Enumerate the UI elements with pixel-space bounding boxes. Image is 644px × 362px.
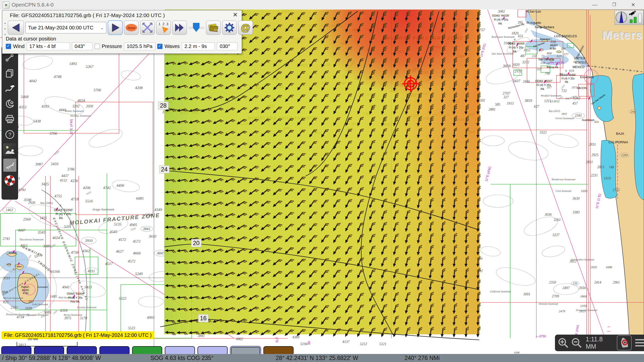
restore-button[interactable]: ❐ — [606, 0, 622, 10]
statusbar-item-2: SOG 4.63 kts COG 235° — [150, 355, 214, 361]
grib-windbarb-icon[interactable] — [3, 159, 16, 172]
grib-dialog-title: File: GFS20240517181702756.grb ( Fri 17-… — [10, 12, 165, 18]
minimize-button[interactable]: — — [587, 0, 603, 10]
pressure-value: 1025.5 hPa — [124, 42, 155, 50]
wind-checkbox[interactable] — [6, 44, 11, 49]
gps-bar-3 — [638, 13, 641, 23]
chart-piano-key-8[interactable] — [230, 346, 261, 354]
settings-gear-icon[interactable] — [222, 21, 237, 35]
wind-label: Wind — [13, 43, 25, 49]
charts-icon[interactable] — [3, 67, 16, 80]
compass-gps-widget[interactable] — [615, 10, 644, 25]
titlebar[interactable]: o OpenCPN 5.8.4-0 — ❐ ✕ — [0, 0, 644, 10]
now-button[interactable]: Now — [124, 21, 139, 35]
isobar-label: 28 — [158, 102, 168, 109]
chart-scalebar — [17, 342, 77, 346]
waves-label: Waves — [165, 43, 180, 49]
chart-piano-key-3[interactable] — [67, 346, 97, 354]
follow-ship-button[interactable] — [617, 335, 632, 350]
zoom-in-button[interactable] — [557, 337, 569, 349]
track-icon[interactable] — [3, 82, 16, 95]
now-label: Now — [127, 26, 135, 30]
depth-units-watermark: Meters — [602, 28, 642, 42]
waves-checkbox[interactable] — [157, 44, 163, 49]
timestep-dropdown[interactable]: Tue 21-May-2024 00:00 UTC ⌄ — [25, 22, 106, 33]
mob-lifebuoy-icon[interactable] — [3, 174, 16, 187]
chart-piano-key-6[interactable] — [165, 346, 195, 354]
chart-piano-key-9[interactable] — [263, 346, 294, 354]
help-icon[interactable]: ? — [3, 128, 16, 141]
isobar-label: 20 — [191, 239, 201, 247]
chart-scale-value: 1:11.8 MM — [586, 336, 614, 350]
isobar-label: 24 — [159, 166, 169, 173]
window-title: OpenCPN 5.8.4-0 — [12, 2, 54, 8]
wind-value: 17 kts - 4 bf — [27, 42, 70, 50]
opencpn-window: o OpenCPN 5.8.4-0 — ❐ ✕ — [0, 0, 644, 362]
cursor-data-row: Wind 17 kts - 4 bf 043° Pressure 1025.5 … — [6, 42, 237, 50]
play-button[interactable] — [108, 21, 123, 35]
request-grib-button[interactable]: @ — [238, 21, 253, 35]
gps-bar-1 — [630, 20, 632, 23]
grib-lines-layer — [0, 10, 644, 354]
statusbar-item-3: 28° 42.2431' N 133° 25.6822' W — [276, 355, 358, 361]
pressure-label: Pressure — [102, 43, 122, 49]
timeline-slider[interactable] — [188, 21, 205, 34]
statusbar-item-4: 240° 276 NMi — [405, 355, 440, 361]
wind-barbs-layer — [165, 10, 481, 338]
grib-close-icon[interactable]: ✕ — [232, 11, 239, 18]
app-logo-icon: o — [3, 2, 10, 9]
print-icon[interactable] — [3, 113, 16, 126]
timestep-value: Tue 21-May-2024 00:00 UTC — [28, 25, 93, 31]
statusbar-item-1: / Ship 30° 59.2888' N 128° 48.9008' W — [2, 355, 101, 361]
chart-piano-key-1[interactable] — [1, 346, 31, 354]
color-scheme-moon-icon[interactable] — [3, 97, 16, 110]
wind-direction: 043° — [72, 42, 93, 50]
grib-file-status-badge: File: GFS20240517181702756.grb ( Fri 17-… — [2, 331, 154, 339]
menu-button[interactable] — [634, 337, 644, 349]
main-toolbar: ? — [2, 47, 18, 200]
chart-piano-key-2[interactable] — [34, 346, 64, 354]
fast-forward-button[interactable] — [172, 21, 187, 35]
svg-text:?: ? — [8, 131, 11, 138]
photo-layer-icon[interactable] — [3, 143, 16, 156]
gps-bar-2 — [634, 17, 636, 23]
slider-thumb-icon[interactable] — [193, 23, 199, 32]
zoom-out-button[interactable] — [571, 337, 582, 349]
waves-value: 2.2 m - 9s — [182, 42, 215, 50]
satellite-icon — [630, 11, 635, 16]
chevron-down-icon: ⌄ — [100, 25, 104, 30]
isobar-label: 16 — [198, 314, 208, 322]
waves-direction: 030° — [217, 42, 237, 50]
statusbar: / Ship 30° 59.2888' N 128° 48.9008' WSOG… — [0, 354, 644, 362]
grib-dialog[interactable]: File: GFS20240517181702756.grb ( Fri 17-… — [2, 10, 242, 54]
grib-toolbar: Tue 21-May-2024 00:00 UTC ⌄ Now — [8, 20, 253, 35]
cursor-target-icon — [401, 75, 420, 93]
close-button[interactable]: ✕ — [625, 0, 641, 10]
zoom-to-grib-button[interactable] — [140, 21, 155, 35]
cursor-data-caption: Data at cursor position — [6, 36, 56, 42]
chart-piano-key-5[interactable] — [132, 346, 162, 354]
chart-piano-key-4[interactable] — [99, 346, 130, 354]
show-data-numbers-button[interactable]: 1 2 3 — [156, 21, 171, 35]
chart-scalebar-label: 200 NMi — [28, 338, 38, 341]
chart-piano-bar — [1, 346, 294, 354]
chart-canvas[interactable]: 5706539554925267474840424208570654684024… — [0, 10, 644, 354]
numbers-label: 1 2 3 — [158, 22, 169, 26]
dialog-grip-icon[interactable] — [4, 21, 6, 36]
open-grib-file-button[interactable]: Grib — [206, 21, 221, 35]
pressure-checkbox[interactable] — [95, 44, 100, 49]
mui-bar: 1:11.8 MM — [555, 335, 644, 351]
grib-folder-label: Grib — [214, 28, 219, 31]
previous-timestep-button[interactable] — [8, 21, 24, 35]
chart-piano-key-7[interactable] — [197, 346, 228, 354]
at-label: @ — [241, 22, 250, 33]
